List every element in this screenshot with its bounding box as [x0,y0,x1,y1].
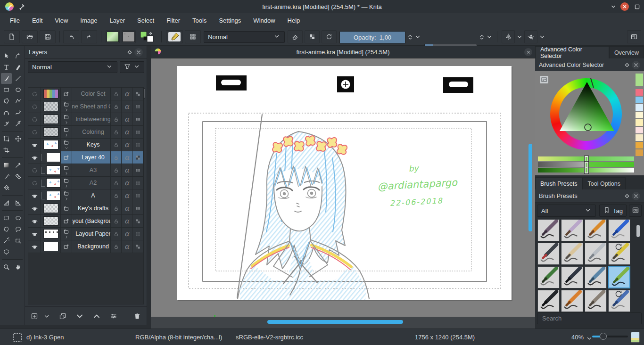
eraser-mode-button[interactable] [288,30,303,43]
mirror-horizontal-chevron[interactable] [516,33,523,42]
undo-button[interactable] [63,30,79,43]
multibrush-tool[interactable] [13,118,24,129]
menu-file[interactable]: File [4,13,26,28]
layer-name[interactable]: Layout Paper [72,228,111,240]
brush-preset[interactable] [585,266,607,288]
freehand-brush-tool[interactable] [1,73,12,84]
layer-alpha-icon[interactable]: α [122,113,132,125]
measure-tool[interactable] [13,197,24,208]
freehand-path-tool[interactable] [13,107,24,118]
history-color-swatch[interactable] [636,112,643,118]
layer-alpha-icon[interactable]: α [122,151,132,164]
selection-mode-icon[interactable] [13,333,22,342]
new-document-button[interactable] [4,30,20,43]
layer-hidden-icon[interactable] [28,126,41,138]
float-docker-icon[interactable] [125,48,134,57]
bezier-curve-tool[interactable] [1,107,12,118]
layer-lock-icon[interactable] [111,202,122,214]
layer-lock-icon[interactable] [111,139,122,151]
layer-inherit-alpha-icon[interactable] [132,228,143,240]
layer-lock-icon[interactable] [111,164,122,176]
choose-brush-preset-button[interactable] [185,30,201,43]
opacity-spinner[interactable] [406,31,414,43]
group-layer-icon[interactable] [61,189,72,202]
mirror-vertical-chevron[interactable] [538,33,546,42]
brush-preset[interactable] [608,243,630,265]
size-spinner[interactable] [478,31,486,43]
layer-visible-icon[interactable] [28,202,41,214]
sv-triangle[interactable] [550,78,622,150]
move-layer-up-button[interactable] [93,312,100,320]
history-color-swatch[interactable] [636,119,643,126]
layer-properties-button[interactable] [110,312,117,320]
layer-hidden-icon[interactable] [28,164,41,176]
history-color-swatch[interactable] [636,134,643,141]
layer-inherit-alpha-icon[interactable] [132,126,143,138]
history-color-swatch[interactable] [636,89,643,96]
canvas-viewport[interactable]: by @ardiantapargo 22-06-2018 [151,58,535,317]
menu-image[interactable]: Image [74,13,103,28]
polyline-tool[interactable] [13,96,24,107]
duplicate-layer-button[interactable] [59,312,66,320]
layer-hidden-icon[interactable] [28,88,41,100]
zoom-level-value[interactable]: 40% [571,334,584,341]
layer-row[interactable]: Backgroundα [28,240,143,253]
window-maximize-button[interactable] [633,2,641,11]
layer-alpha-icon[interactable]: α [122,100,132,113]
foreground-background-colors[interactable] [140,31,157,44]
close-docker-icon[interactable] [134,48,143,57]
layer-lock-icon[interactable] [111,88,122,100]
horizontal-scrollbar[interactable] [267,320,403,324]
vertical-scrollbar[interactable] [528,144,532,231]
search-input[interactable] [541,314,637,322]
layer-visible-icon[interactable] [28,189,41,202]
menu-view[interactable]: View [49,13,74,28]
similar-select-tool[interactable] [1,235,12,246]
layer-name[interactable]: Color Set [72,88,111,100]
layer-row[interactable]: Time Sheet and Co...α [28,100,143,113]
size-options-chevron[interactable] [486,33,493,42]
bezier-select-tool[interactable] [13,235,24,246]
layer-lock-icon[interactable] [111,189,122,202]
magnetic-select-tool[interactable] [1,246,12,257]
float-docker-icon[interactable] [622,60,632,70]
brush-preset[interactable] [585,219,607,241]
brush-preset[interactable] [585,243,607,265]
menu-tools[interactable]: Tools [186,13,213,28]
window-close-button[interactable] [620,2,629,11]
layer-name[interactable]: Layer 40 [72,151,111,164]
layer-alpha-icon[interactable]: α [122,139,132,151]
menu-edit[interactable]: Edit [26,13,49,28]
zoom-tool[interactable] [1,262,12,272]
opacity-slider[interactable]: Opacity: 1,00 [339,31,405,44]
layer-row[interactable]: Coloringα [28,126,143,139]
tag-button[interactable]: Tag [599,205,627,217]
layer-hidden-icon[interactable] [28,113,41,125]
layer-inherit-alpha-icon[interactable] [132,215,143,227]
layer-name[interactable]: A [72,189,111,202]
fill-tool[interactable] [1,182,12,193]
presets-scrollbar[interactable] [636,225,640,237]
transform-tool[interactable] [1,133,12,144]
brush-preset[interactable] [561,243,583,265]
zoom-slider-handle[interactable] [600,333,607,340]
layer-name[interactable]: Inbetweening [72,113,111,125]
layer-row[interactable]: Keysα [28,139,143,151]
tab-advanced-color-selector[interactable]: Advanced Color Selector [535,46,609,58]
edit-brush-settings-button[interactable] [166,30,183,43]
brush-preset[interactable] [561,266,583,288]
hue-cursor[interactable] [591,78,594,88]
tag-filter-combo[interactable]: All [537,205,596,217]
canvas-mirror-thumbnail-icon[interactable] [631,332,640,343]
tab-tool-options[interactable]: Tool Options [583,177,626,189]
group-layer-icon[interactable] [61,100,72,113]
history-color-swatch[interactable] [636,142,643,148]
layer-name[interactable]: Background [72,240,111,253]
close-docker-icon[interactable] [632,61,640,69]
menu-help[interactable]: Help [281,13,306,28]
mirror-horizontal-button[interactable] [502,30,515,43]
group-layer-icon[interactable] [61,202,72,214]
menu-filter[interactable]: Filter [160,13,186,28]
layer-alpha-icon[interactable]: α [122,164,132,176]
layer-row[interactable]: Layer 40α [28,151,143,164]
